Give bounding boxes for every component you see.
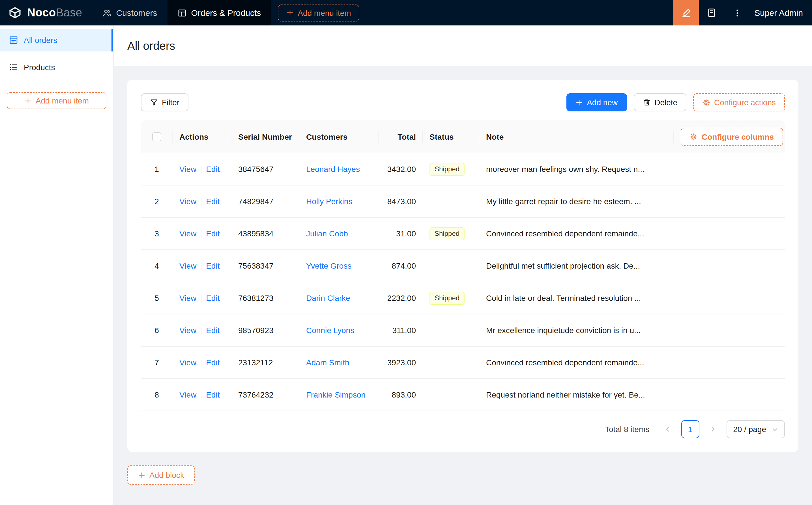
sidebar-item-label: All orders [24,36,57,45]
view-link[interactable]: View [179,358,196,367]
filter-icon [150,99,158,106]
divider [201,198,201,206]
gear-icon [690,133,698,141]
plus-icon [286,9,294,16]
customer-link[interactable]: Darin Clarke [306,294,350,303]
view-link[interactable]: View [179,197,196,206]
order-total: 874.00 [392,261,416,270]
table-row: 6 ViewEdit 98570923 Connie Lyons 311.00 … [141,314,785,347]
sidebar-item-label: Products [24,63,55,72]
edit-link[interactable]: Edit [206,197,220,206]
trash-icon [643,99,651,106]
table-row: 7 ViewEdit 23132112 Adam Smith 3923.00 C… [141,347,785,379]
toolbar-actions: Add new Delete [566,93,785,112]
add-menu-item-button-sidebar[interactable]: Add menu item [7,92,106,109]
edit-link[interactable]: Edit [206,261,220,270]
customer-link[interactable]: Leonard Hayes [306,165,360,174]
page-title: All orders [127,39,175,52]
table-row: 2 ViewEdit 74829847 Holly Perkins 8473.0… [141,185,785,218]
layout: All orders Products Add menu item [0,25,812,505]
add-menu-item-button-topbar[interactable]: Add menu item [278,4,359,21]
plus-icon [575,99,583,106]
customer-link[interactable]: Holly Perkins [306,197,352,206]
row-index: 4 [154,261,159,270]
table-row: 3 ViewEdit 43895834 Julian Cobb 31.00 Sh… [141,218,785,250]
configure-actions-button[interactable]: Configure actions [693,93,785,112]
page-header: All orders [114,25,812,66]
topbar-right: Super Admin [673,0,812,25]
list-icon [9,63,18,72]
order-total: 3923.00 [387,358,416,367]
docs-button[interactable] [699,0,724,25]
edit-link[interactable]: Edit [206,326,220,335]
edit-link[interactable]: Edit [206,358,220,367]
more-button[interactable] [724,0,750,25]
row-index: 2 [154,197,159,206]
status-tag: Shipped [429,227,464,240]
view-link[interactable]: View [179,261,196,270]
sidebar-item-all-orders[interactable]: All orders [0,29,113,51]
serial-number: 74829847 [238,197,274,206]
customer-link[interactable]: Connie Lyons [306,326,354,335]
divider [201,295,201,303]
select-all-checkbox[interactable] [152,132,161,141]
user-menu[interactable]: Super Admin [750,8,812,17]
sidebar: All orders Products Add menu item [0,25,114,505]
pagination-prev-button[interactable] [658,420,676,438]
nocobase-logo-icon [8,6,22,20]
chevron-right-icon [709,426,716,433]
order-total: 893.00 [392,390,416,399]
plus-icon [24,97,32,104]
app: NocoBase Customers [0,0,812,505]
view-link[interactable]: View [179,294,196,303]
ellipsis-vertical-icon [732,8,741,17]
pagination-page-1[interactable]: 1 [681,420,699,438]
ui-editor-button[interactable] [673,0,699,25]
logo[interactable]: NocoBase [0,0,92,25]
customer-link[interactable]: Frankie Simpson [306,390,366,399]
gear-icon [702,99,710,106]
delete-button[interactable]: Delete [634,93,686,112]
top-menu: Customers Orders & Products Add menu ite… [92,0,359,25]
users-icon [103,8,112,17]
brush-icon [681,8,691,18]
edit-link[interactable]: Edit [206,165,220,174]
menu-label: Orders & Products [191,8,261,17]
table-icon [177,8,186,17]
add-block-button[interactable]: Add block [127,465,195,485]
edit-link[interactable]: Edit [206,229,220,238]
order-note: Convinced resembled dependent remainde..… [486,358,644,367]
content: Filter Add new [114,66,812,498]
sidebar-item-products[interactable]: Products [0,56,113,78]
order-note: Request norland neither mistake for yet.… [486,390,645,399]
customer-link[interactable]: Yvette Gross [306,261,352,270]
view-link[interactable]: View [179,229,196,238]
pagination-total: Total 8 items [605,425,649,434]
view-link[interactable]: View [179,165,196,174]
customer-link[interactable]: Adam Smith [306,358,350,367]
row-index: 7 [154,358,159,367]
table-row: 1 ViewEdit 38475647 Leonard Hayes 3432.0… [141,153,785,185]
edit-link[interactable]: Edit [206,390,220,399]
customer-link[interactable]: Julian Cobb [306,229,348,238]
row-index: 8 [154,390,159,399]
edit-link[interactable]: Edit [206,294,220,303]
view-link[interactable]: View [179,326,196,335]
top-menu-item-customers[interactable]: Customers [92,0,167,25]
divider [201,230,201,238]
table-row: 4 ViewEdit 75638347 Yvette Gross 874.00 … [141,250,785,282]
top-menu-item-orders-products[interactable]: Orders & Products [167,0,271,25]
add-new-button[interactable]: Add new [566,93,627,112]
divider [201,359,201,367]
chevron-left-icon [664,426,671,433]
filter-button[interactable]: Filter [141,93,188,112]
serial-number: 76381273 [238,294,274,303]
column-header-serial-number: Serial Number [232,121,299,153]
configure-columns-button[interactable]: Configure columns [681,128,783,146]
view-link[interactable]: View [179,390,196,399]
order-note: Mr excellence inquietude conviction is i… [486,326,641,335]
pagination-next-button[interactable] [704,420,722,438]
order-total: 311.00 [392,326,416,335]
page-size-select[interactable]: 20 / page [726,420,785,438]
row-index: 6 [154,326,159,335]
